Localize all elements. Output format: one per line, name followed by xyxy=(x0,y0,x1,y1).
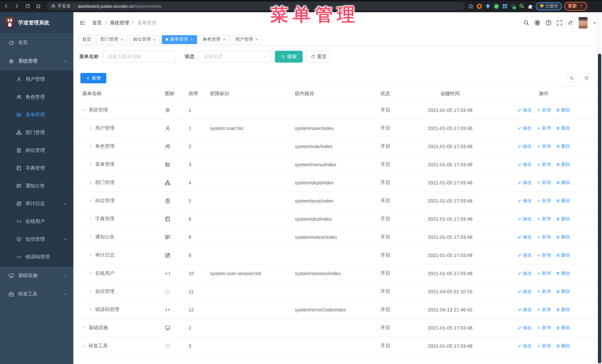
table-row-字典管理[interactable]: 字典管理6system/dict/index开启2021-01-05 17:03… xyxy=(77,210,595,228)
edit-link[interactable]: 修改 xyxy=(517,288,532,295)
sidebar-item-部门管理[interactable]: 部门管理 xyxy=(0,124,73,141)
chevron-right-icon[interactable] xyxy=(89,163,93,166)
ext-orange-ring-icon[interactable] xyxy=(476,3,482,9)
browser-reload-icon[interactable] xyxy=(22,1,32,11)
browser-update-button[interactable]: 更新 xyxy=(564,2,587,10)
address-bar[interactable]: 不安全 dashboard.yudao.iocoder.cn/system/me… xyxy=(47,2,464,10)
edit-link[interactable]: 修改 xyxy=(517,270,532,276)
sidebar-item-在线用户[interactable]: 在线用户 xyxy=(0,213,73,230)
chevron-right-icon[interactable] xyxy=(89,271,93,275)
browser-back-icon[interactable] xyxy=(1,1,11,11)
show-search-toggle-button[interactable] xyxy=(567,73,576,83)
ext-green-check-icon[interactable] xyxy=(493,3,499,9)
edit-link[interactable]: 修改 xyxy=(517,343,532,349)
delete-link[interactable]: 删除 xyxy=(556,252,570,258)
add-link[interactable]: 新增 xyxy=(537,179,551,186)
edit-link[interactable]: 修改 xyxy=(517,306,532,313)
chevron-right-icon[interactable] xyxy=(89,199,93,203)
sidebar-item-短信管理[interactable]: 短信管理 xyxy=(0,230,73,248)
add-link[interactable]: 新增 xyxy=(537,161,551,167)
table-row-部门管理[interactable]: 部门管理4system/dept/index开启2021-01-05 17:03… xyxy=(77,174,595,192)
ext-green-key-icon[interactable] xyxy=(519,3,525,9)
edit-link[interactable]: 修改 xyxy=(517,198,532,204)
add-link[interactable]: 新增 xyxy=(537,270,551,276)
tab-菜单管理[interactable]: 菜单管理 xyxy=(162,35,197,44)
chevron-right-icon[interactable] xyxy=(82,326,86,330)
chevron-right-icon[interactable] xyxy=(89,126,93,130)
edit-link[interactable]: 修改 xyxy=(517,125,532,131)
help-icon[interactable] xyxy=(545,20,552,26)
close-icon[interactable] xyxy=(222,38,226,41)
delete-link[interactable]: 删除 xyxy=(556,270,570,276)
add-link[interactable]: 新增 xyxy=(537,252,551,258)
status-select[interactable]: 菜单状态 xyxy=(199,51,271,62)
add-link[interactable]: 新增 xyxy=(537,288,551,295)
sidebar-item-用户管理[interactable]: 用户管理 xyxy=(0,70,73,88)
add-link[interactable]: 新增 xyxy=(537,343,551,349)
kebab-menu-icon[interactable] xyxy=(579,3,583,9)
table-row-岗位管理[interactable]: 岗位管理5system/post/index开启2021-01-05 17:03… xyxy=(77,192,595,210)
close-icon[interactable] xyxy=(120,38,124,41)
add-link[interactable]: 新增 xyxy=(537,143,551,149)
scrollbar[interactable] xyxy=(597,12,602,364)
chevron-right-icon[interactable] xyxy=(89,181,93,184)
browser-forward-icon[interactable] xyxy=(12,1,22,11)
edit-link[interactable]: 修改 xyxy=(517,234,532,240)
edit-link[interactable]: 修改 xyxy=(517,107,532,113)
delete-link[interactable]: 删除 xyxy=(556,198,570,204)
table-row-通知公告[interactable]: 通知公告8system/notice/index开启2021-01-05 17:… xyxy=(77,228,595,246)
font-size-icon[interactable] xyxy=(568,20,574,26)
add-button[interactable]: 新增 xyxy=(80,73,106,83)
sidebar-item-基础设施[interactable]: 基础设施 xyxy=(0,266,73,285)
refresh-table-button[interactable] xyxy=(582,73,591,83)
collapse-sidebar-icon[interactable] xyxy=(79,20,86,26)
delete-link[interactable]: 删除 xyxy=(556,288,570,295)
chevron-right-icon[interactable] xyxy=(89,290,93,293)
delete-link[interactable]: 删除 xyxy=(556,234,570,240)
delete-link[interactable]: 删除 xyxy=(556,179,570,186)
delete-link[interactable]: 删除 xyxy=(556,161,570,167)
search-icon[interactable] xyxy=(523,20,529,26)
edit-link[interactable]: 修改 xyxy=(517,252,532,258)
close-icon[interactable] xyxy=(153,38,156,41)
scrollbar-thumb[interactable] xyxy=(598,54,601,363)
site-security[interactable]: 不安全 xyxy=(51,3,71,9)
close-icon[interactable] xyxy=(255,38,258,41)
ext-puzzle-icon[interactable] xyxy=(527,3,533,9)
tab-角色管理[interactable]: 角色管理 xyxy=(199,35,230,44)
bookmark-star-icon[interactable] xyxy=(468,3,474,9)
sidebar-item-菜单管理[interactable]: 菜单管理 xyxy=(0,106,73,124)
table-row-系统管理[interactable]: 系统管理1开启2021-01-05 17:03:48修改新增删除 xyxy=(77,101,595,119)
chevron-right-icon[interactable] xyxy=(89,308,93,312)
sidebar-item-字典管理[interactable]: 字典管理 xyxy=(0,159,73,177)
edit-link[interactable]: 修改 xyxy=(517,143,532,149)
delete-link[interactable]: 删除 xyxy=(556,324,570,331)
table-row-在线用户[interactable]: 在线用户10system:user-session:listsystem/ses… xyxy=(77,264,595,282)
tab-用户管理[interactable]: 用户管理 xyxy=(232,35,262,44)
github-icon[interactable] xyxy=(534,20,540,26)
edit-link[interactable]: 修改 xyxy=(517,324,532,331)
reset-button[interactable]: 重置 xyxy=(306,51,331,62)
chevron-right-icon[interactable] xyxy=(89,253,93,257)
menu-name-input[interactable]: 请输入菜单名称 xyxy=(103,51,176,62)
browser-home-icon[interactable] xyxy=(33,1,43,11)
edit-link[interactable]: 修改 xyxy=(517,179,532,186)
add-link[interactable]: 新增 xyxy=(537,107,551,113)
delete-link[interactable]: 删除 xyxy=(556,306,570,313)
chevron-down-icon[interactable] xyxy=(82,108,86,112)
add-link[interactable]: 新增 xyxy=(537,306,551,313)
sidebar-item-通知公告[interactable]: 通知公告 xyxy=(0,177,73,195)
sidebar-item-角色管理[interactable]: 角色管理 xyxy=(0,88,73,106)
ext-on-switch-icon[interactable]: on xyxy=(510,3,516,9)
chevron-right-icon[interactable] xyxy=(89,145,93,148)
close-icon[interactable] xyxy=(190,38,194,41)
add-link[interactable]: 新增 xyxy=(537,198,551,204)
tab-首页[interactable]: 首页 xyxy=(78,35,95,44)
tab-岗位管理[interactable]: 岗位管理 xyxy=(129,35,160,44)
table-row-菜单管理[interactable]: 菜单管理3system/menu/index开启2021-01-05 17:03… xyxy=(77,156,595,174)
sidebar-item-审计日志[interactable]: 审计日志 xyxy=(0,195,73,213)
breadcrumb-item[interactable]: 系统管理 xyxy=(110,20,129,26)
ext-grid-icon[interactable] xyxy=(502,3,508,9)
search-button[interactable]: 搜索 xyxy=(275,51,303,62)
table-row-错误码管理[interactable]: 错误码管理12system/errorCode/index开启2021-04-1… xyxy=(77,301,595,319)
